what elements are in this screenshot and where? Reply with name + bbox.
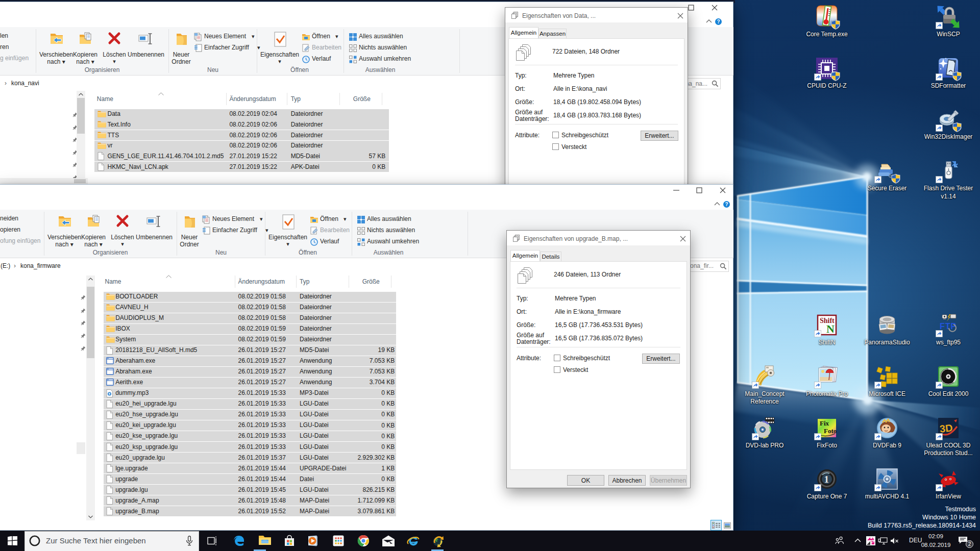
svg-text:T: T	[871, 540, 874, 545]
svg-text:1: 1	[824, 474, 829, 485]
svg-text:FTP: FTP	[940, 322, 957, 331]
svg-text:N: N	[826, 322, 835, 335]
svg-text:Fix: Fix	[820, 419, 829, 427]
